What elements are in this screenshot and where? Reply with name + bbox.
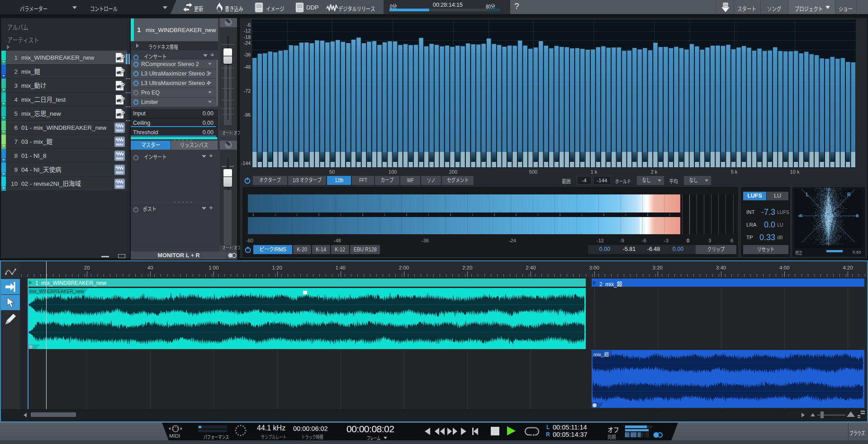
svg-text:WAV: WAV: [116, 128, 123, 132]
svg-text:WAV: WAV: [116, 170, 123, 175]
svg-text:WAV: WAV: [116, 156, 123, 161]
svg-text:WAV: WAV: [116, 142, 123, 146]
svg-text:WAV: WAV: [116, 184, 123, 189]
